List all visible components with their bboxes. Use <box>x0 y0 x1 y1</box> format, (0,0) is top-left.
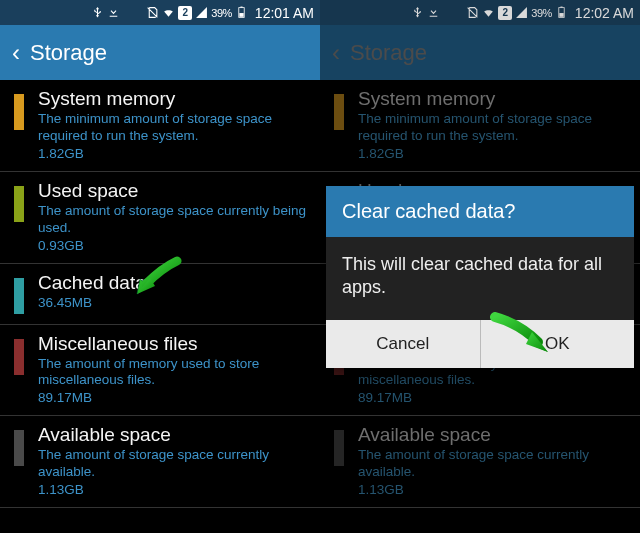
color-swatch <box>14 339 24 375</box>
item-title: Used space <box>38 180 306 202</box>
download-icon <box>427 6 440 19</box>
item-title: Available space <box>38 424 306 446</box>
item-size: 1.13GB <box>38 482 306 497</box>
ok-button[interactable]: OK <box>481 320 635 368</box>
battery-percent: 39% <box>531 7 552 19</box>
action-bar[interactable]: ‹ Storage <box>0 25 320 80</box>
storage-list: System memory The minimum amount of stor… <box>0 80 320 508</box>
item-available-space[interactable]: Available space The amount of storage sp… <box>0 416 320 508</box>
cancel-button[interactable]: Cancel <box>326 320 481 368</box>
back-icon: ‹ <box>332 39 340 67</box>
color-swatch <box>14 186 24 222</box>
action-bar: ‹ Storage <box>320 25 640 80</box>
dialog-body: This will clear cached data for all apps… <box>326 237 634 320</box>
screen-storage-list: 2 39% 12:01 AM ‹ Storage System memory T… <box>0 0 320 533</box>
status-bar: 2 39% 12:02 AM <box>320 0 640 25</box>
usb-icon <box>411 6 424 19</box>
usb-icon <box>91 6 104 19</box>
clock: 12:02 AM <box>575 5 634 21</box>
item-size: 1.82GB <box>358 146 626 161</box>
item-title: Cached data <box>38 272 306 294</box>
color-swatch <box>334 94 344 130</box>
item-size: 1.82GB <box>38 146 306 161</box>
item-available-space: Available space The amount of storage sp… <box>320 416 640 508</box>
item-title: System memory <box>38 88 306 110</box>
svg-rect-5 <box>560 7 562 8</box>
color-swatch <box>14 94 24 130</box>
item-size: 89.17MB <box>358 390 626 405</box>
screen-storage-dialog: 2 39% 12:02 AM ‹ Storage System memory T… <box>320 0 640 533</box>
clear-cache-dialog: Clear cached data? This will clear cache… <box>326 186 634 368</box>
item-size: 89.17MB <box>38 390 306 405</box>
status-bar: 2 39% 12:01 AM <box>0 0 320 25</box>
item-system-memory[interactable]: System memory The minimum amount of stor… <box>0 80 320 172</box>
dialog-buttons: Cancel OK <box>326 320 634 368</box>
back-icon[interactable]: ‹ <box>12 39 20 67</box>
item-desc: The amount of storage space currently av… <box>358 447 626 481</box>
battery-percent: 39% <box>211 7 232 19</box>
no-sim-icon <box>146 6 159 19</box>
sim-badge: 2 <box>178 6 192 20</box>
item-title: Available space <box>358 424 626 446</box>
item-title: Miscellaneous files <box>38 333 306 355</box>
svg-rect-1 <box>239 13 243 17</box>
item-size: 36.45MB <box>38 295 306 310</box>
item-size: 0.93GB <box>38 238 306 253</box>
signal-icon <box>195 6 208 19</box>
no-sim-icon <box>466 6 479 19</box>
item-desc: The amount of storage space currently av… <box>38 447 306 481</box>
page-title: Storage <box>30 40 107 66</box>
signal-icon <box>515 6 528 19</box>
sim-badge: 2 <box>498 6 512 20</box>
item-system-memory: System memory The minimum amount of stor… <box>320 80 640 172</box>
page-title: Storage <box>350 40 427 66</box>
dialog-title: Clear cached data? <box>326 186 634 237</box>
battery-icon <box>555 6 568 19</box>
item-used-space[interactable]: Used space The amount of storage space c… <box>0 172 320 264</box>
item-desc: The minimum amount of storage space requ… <box>38 111 306 145</box>
battery-icon <box>235 6 248 19</box>
color-swatch <box>14 430 24 466</box>
color-swatch <box>14 278 24 314</box>
item-size: 1.13GB <box>358 482 626 497</box>
item-desc: The amount of memory used to store misce… <box>38 356 306 390</box>
status-icons: 2 39% 12:01 AM <box>91 5 314 21</box>
item-desc: The amount of storage space currently be… <box>38 203 306 237</box>
item-desc: The minimum amount of storage space requ… <box>358 111 626 145</box>
svg-rect-4 <box>559 13 563 17</box>
item-cached-data[interactable]: Cached data 36.45MB <box>0 264 320 325</box>
svg-rect-2 <box>240 7 242 8</box>
item-title: System memory <box>358 88 626 110</box>
color-swatch <box>334 430 344 466</box>
clock: 12:01 AM <box>255 5 314 21</box>
wifi-icon <box>162 6 175 19</box>
wifi-icon <box>482 6 495 19</box>
item-misc-files[interactable]: Miscellaneous files The amount of memory… <box>0 325 320 417</box>
download-icon <box>107 6 120 19</box>
status-icons: 2 39% 12:02 AM <box>411 5 634 21</box>
